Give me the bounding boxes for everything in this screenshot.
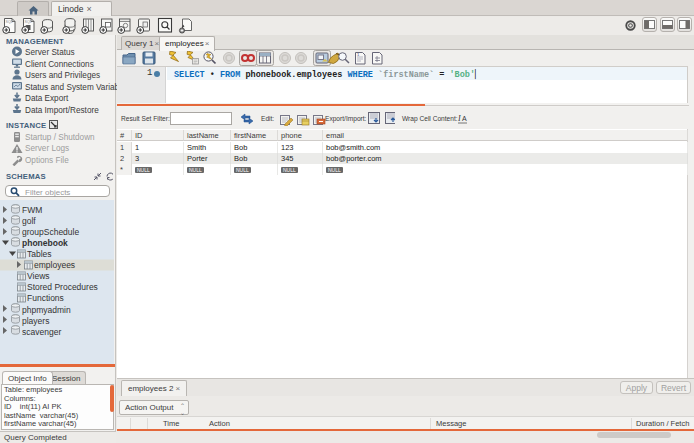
svg-text:A: A	[462, 115, 467, 122]
svg-text:I: I	[458, 114, 461, 123]
